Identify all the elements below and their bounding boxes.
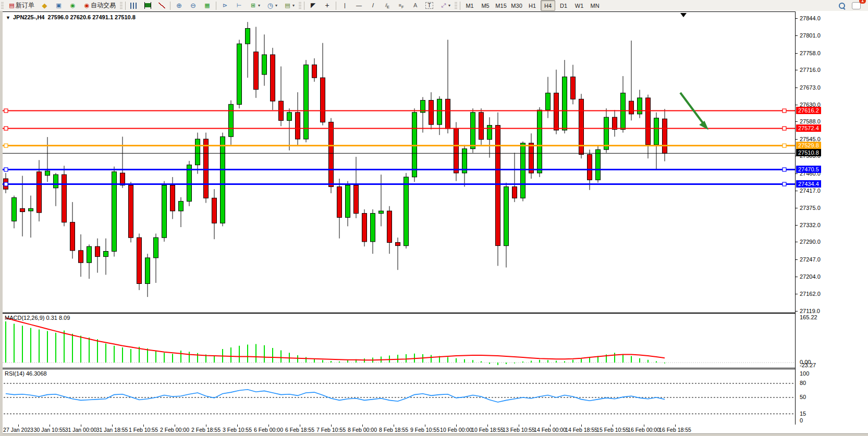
- crosshair-button[interactable]: +: [321, 0, 334, 11]
- price-tick-label: 27162.0: [800, 291, 821, 297]
- price-chart-pane[interactable]: ▼JPN225-,H4 27596.0 27620.6 27491.1 2751…: [3, 11, 795, 313]
- equidistant-channel-button[interactable]: ⫽E: [381, 0, 394, 11]
- text-label-button[interactable]: T: [423, 0, 436, 11]
- price-line-badge: 27434.4: [796, 180, 821, 188]
- cursor-button[interactable]: ◤: [307, 0, 320, 11]
- timeframe-w1[interactable]: W1: [572, 0, 586, 11]
- time-tick-label: 16 Feb 00:00: [628, 427, 660, 433]
- axis-tick: [796, 208, 798, 208]
- time-tick-label: 1 Feb 10:55: [129, 427, 158, 433]
- hline-handle[interactable]: [783, 182, 786, 186]
- vertical-line-button[interactable]: |: [338, 0, 351, 11]
- timeframe-m15[interactable]: M15: [494, 0, 508, 11]
- indicators-button[interactable]: ⊞▾: [247, 0, 263, 11]
- axis-tick: [796, 53, 798, 54]
- chart-window: ▼JPN225-,H4 27596.0 27620.6 27491.1 2751…: [0, 11, 868, 436]
- candlestick-chart-button[interactable]: [141, 0, 155, 11]
- axis-tick: [796, 121, 798, 122]
- hline-handle[interactable]: [783, 127, 786, 130]
- time-tick-label: 14 Feb 18:55: [565, 427, 597, 433]
- notifications-button[interactable]: 1: [849, 0, 863, 11]
- hline-handle[interactable]: [4, 168, 8, 171]
- timeframe-h1[interactable]: H1: [525, 0, 540, 11]
- autotrade-button[interactable]: ◉ 自动交易: [80, 0, 118, 11]
- seal-icon: ◆: [41, 2, 48, 9]
- price-line-badge: 27470.5: [796, 166, 821, 173]
- price-tick-label: 27844.0: [800, 15, 821, 21]
- chart-shift-button[interactable]: ⊢: [233, 0, 246, 11]
- rsi-axis-label: 50: [800, 394, 806, 400]
- auto-scroll-button[interactable]: ⊳: [218, 0, 231, 11]
- time-tick-label: 3 Feb 10:55: [223, 427, 252, 433]
- price-tick-label: 27417.0: [800, 188, 821, 194]
- hline-handle[interactable]: [4, 144, 8, 147]
- rsi-plot: [3, 369, 795, 425]
- templates-button[interactable]: ▤▾: [281, 0, 297, 11]
- hline-handle[interactable]: [783, 144, 786, 147]
- trendline-button[interactable]: /: [366, 0, 380, 11]
- periods-button[interactable]: ◷▾: [264, 0, 280, 11]
- zoom-out-icon: ⊖: [189, 2, 197, 9]
- collapse-triangle-icon[interactable]: ▼: [6, 15, 10, 20]
- bar-chart-button[interactable]: [128, 0, 140, 11]
- axis-tick: [796, 277, 798, 277]
- notification-badge: 1: [859, 0, 866, 4]
- data-window-button[interactable]: ▣: [52, 0, 65, 11]
- price-tick-label: 27673.0: [800, 84, 821, 91]
- new-order-button[interactable]: ▤ 新订单: [5, 0, 37, 11]
- price-tick-label: 27758.0: [800, 50, 821, 56]
- candlestick-icon: [144, 2, 151, 9]
- macd-plot: [3, 314, 795, 368]
- trendline-icon: /: [369, 2, 377, 9]
- price-tick-label: 27332.0: [800, 222, 821, 228]
- tile-windows-icon: ▦: [203, 2, 211, 9]
- data-window-icon: ▣: [55, 2, 63, 9]
- price-tick-label: 27801.0: [800, 32, 821, 39]
- vertical-line-icon: |: [341, 2, 349, 9]
- zoom-in-button[interactable]: ⊕: [173, 0, 186, 11]
- hline-handle[interactable]: [4, 109, 8, 113]
- price-line-badge: 27529.8: [796, 142, 821, 149]
- time-tick-label: 6 Feb 00:00: [254, 427, 283, 433]
- axis-tick: [796, 70, 798, 70]
- axis-tick: [796, 35, 798, 36]
- price-line-badge: 27510.8: [796, 149, 821, 156]
- zoom-out-button[interactable]: ⊖: [187, 0, 200, 11]
- timeframe-m5[interactable]: M5: [478, 0, 493, 11]
- hline-handle[interactable]: [783, 168, 786, 171]
- tile-windows-button[interactable]: ▦: [201, 0, 214, 11]
- timeframe-h4[interactable]: H4: [541, 0, 555, 11]
- search-icon: [838, 2, 846, 9]
- timeframe-m30[interactable]: M30: [509, 0, 524, 11]
- hline-handle[interactable]: [783, 109, 786, 113]
- new-order-icon: ▤: [8, 2, 16, 9]
- rsi-pane[interactable]: RSI(14) 46.3068: [3, 369, 795, 425]
- time-tick-label: 2 Feb 18:55: [191, 427, 221, 433]
- time-axis[interactable]: 27 Jan 202330 Jan 10:5531 Jan 00:0031 Ja…: [3, 425, 868, 433]
- macd-pane[interactable]: MACD(12,26,9) 0.31 8.09: [3, 313, 795, 368]
- line-chart-button[interactable]: [156, 0, 168, 11]
- chart-ohlc-values: 27596.0 27620.6 27491.1 27510.8: [48, 14, 136, 20]
- price-tick-label: 27588.0: [800, 118, 821, 124]
- search-button[interactable]: [836, 0, 848, 11]
- axis-tick: [796, 88, 798, 88]
- time-tick-label: 10 Feb 00:00: [440, 427, 472, 433]
- text-button[interactable]: A: [409, 0, 422, 11]
- text-icon: A: [411, 2, 419, 9]
- price-line-badge: 27616.2: [796, 107, 821, 114]
- timeframe-d1[interactable]: D1: [556, 0, 571, 11]
- macd-axis-label: 165.22: [800, 314, 817, 320]
- market-watch-button[interactable]: ◆: [38, 0, 51, 11]
- arrows-button[interactable]: ⤢▾: [437, 0, 453, 11]
- horizontal-line-button[interactable]: —: [352, 0, 365, 11]
- hline-handle[interactable]: [4, 182, 8, 186]
- hline-handle[interactable]: [4, 127, 8, 130]
- axis-tick: [796, 191, 798, 191]
- timeframe-mn[interactable]: MN: [588, 0, 602, 11]
- signals-button[interactable]: ◉: [66, 0, 79, 11]
- timeframe-group: M1M5M15M30H1H4D1W1MN: [462, 0, 603, 11]
- chevron-down-icon: ▾: [275, 3, 277, 8]
- fibonacci-button[interactable]: ≡F: [395, 0, 408, 11]
- timeframe-m1[interactable]: M1: [462, 0, 477, 11]
- price-axis[interactable]: 27844.027801.027758.027716.027673.027630…: [795, 11, 868, 425]
